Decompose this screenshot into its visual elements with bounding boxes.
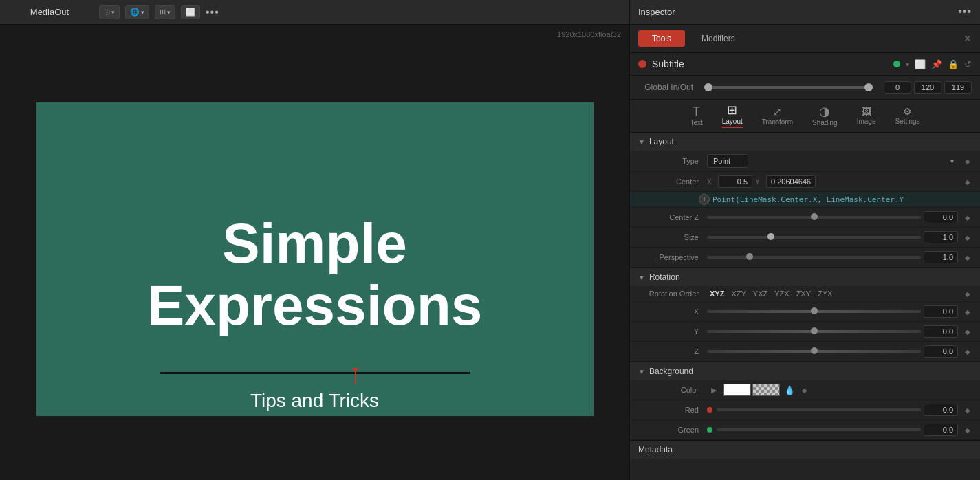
size-slider-container: 1.0 — [707, 231, 958, 243]
global-inout-end[interactable]: 119 — [944, 81, 972, 94]
perspective-slider[interactable] — [707, 256, 921, 259]
red-slider[interactable] — [717, 408, 921, 411]
color-label: Color — [638, 386, 707, 394]
grid-btn[interactable]: ⊞▾ — [155, 5, 175, 19]
size-keyframe-diamond[interactable]: ◆ — [965, 234, 972, 241]
top-bar: MediaOut ⊞▾ 🌐▾ ⊞▾ ⬜ ••• Inspector ••• — [0, 0, 980, 25]
color-expand-btn[interactable]: ▶ — [711, 386, 717, 395]
tool-layout[interactable]: ⊞ Layout — [722, 104, 743, 128]
center-xy-fields: X 0.5 Y 0.20604646 — [707, 175, 958, 188]
global-inout-slider[interactable] — [704, 86, 873, 89]
canvas-title: Simple Expressions — [74, 212, 556, 336]
rot-order-xyz[interactable]: XYZ — [710, 290, 724, 298]
rotation-section-header[interactable]: ▼ Rotation — [630, 268, 980, 286]
rot-order-zyx[interactable]: ZYX — [818, 290, 832, 298]
background-section-title: Background — [649, 367, 693, 376]
rotation-z-input[interactable]: 0.0 — [924, 345, 958, 358]
rotation-y-input[interactable]: 0.0 — [924, 325, 958, 338]
rotation-y-keyframe-diamond[interactable]: ◆ — [965, 328, 972, 336]
rotation-section: ▼ Rotation Rotation Order XYZ XZY YXZ YZ… — [630, 268, 980, 362]
center-z-row: Center Z 0.0 ◆ — [630, 208, 980, 228]
layout-section: ▼ Layout Type Point ◆ Center — [630, 133, 980, 268]
type-keyframe-diamond[interactable]: ◆ — [965, 157, 972, 165]
red-row: Red 0.0 ◆ — [630, 400, 980, 420]
eyedropper-btn[interactable]: 💧 — [784, 385, 795, 395]
tool-image[interactable]: 🖼 Image — [857, 107, 876, 125]
green-label: Green — [638, 426, 707, 434]
transform-icon: ⤢ — [773, 107, 782, 117]
inspector-title: Inspector — [638, 7, 958, 17]
tool-transform[interactable]: ⤢ Transform — [762, 107, 793, 126]
rotation-z-keyframe-diamond[interactable]: ◆ — [965, 348, 972, 356]
tool-shading[interactable]: ◑ Shading — [812, 105, 838, 127]
perspective-keyframe-diamond[interactable]: ◆ — [965, 254, 972, 261]
expr-plus-btn[interactable]: + — [699, 194, 710, 205]
center-y-input[interactable]: 0.20604646 — [766, 175, 816, 188]
tool-settings[interactable]: ⚙ Settings — [895, 107, 919, 125]
split-btn[interactable]: ⬜ — [181, 5, 200, 19]
global-inout-label: Global In/Out — [638, 83, 693, 92]
rotation-y-slider-container: 0.0 — [707, 325, 958, 338]
rotation-x-keyframe-diamond[interactable]: ◆ — [965, 308, 972, 316]
type-dropdown[interactable]: Point — [707, 154, 748, 168]
inspector-tab-close[interactable]: ✕ — [963, 33, 972, 44]
canvas-frame[interactable]: Simple Expressions Tips and Tricks — [36, 102, 594, 416]
perspective-input[interactable]: 1.0 — [924, 251, 958, 263]
rotation-order-options: XYZ XZY YXZ YZX ZXY ZYX — [710, 290, 959, 298]
green-slider-container: 0.0 — [717, 424, 958, 436]
center-value: X 0.5 Y 0.20604646 ◆ — [707, 175, 972, 188]
red-keyframe-diamond[interactable]: ◆ — [965, 406, 972, 414]
metadata-section[interactable]: Metadata — [630, 441, 980, 459]
color-keyframe-diamond[interactable]: ◆ — [802, 386, 809, 394]
red-value: 0.0 ◆ — [707, 404, 972, 416]
node-status-dot — [893, 61, 900, 67]
shading-icon: ◑ — [819, 105, 830, 118]
color-swatch-white[interactable] — [723, 384, 751, 396]
tab-tools[interactable]: Tools — [638, 30, 685, 47]
center-z-input[interactable]: 0.0 — [924, 211, 958, 223]
global-inout-mid[interactable]: 120 — [914, 81, 941, 94]
rotation-x-slider[interactable] — [707, 310, 921, 313]
tool-text[interactable]: T Text — [690, 105, 702, 127]
inspector-scroll[interactable]: ▼ Layout Type Point ◆ Center — [630, 133, 980, 480]
rot-order-yzx[interactable]: YZX — [774, 290, 789, 298]
chevron-down-icon[interactable]: ▾ — [906, 61, 909, 68]
red-input[interactable]: 0.0 — [924, 404, 958, 416]
center-z-slider[interactable] — [707, 216, 921, 219]
image-icon: 🖼 — [862, 107, 871, 116]
rotation-x-input[interactable]: 0.0 — [924, 305, 958, 318]
green-input[interactable]: 0.0 — [924, 424, 958, 436]
global-inout-start[interactable]: 0 — [884, 81, 911, 94]
rotation-z-slider[interactable] — [707, 350, 921, 353]
color-swatch-alpha[interactable] — [752, 384, 780, 396]
rotation-order-row: Rotation Order XYZ XZY YXZ YZX ZXY ZYX ◆ — [630, 286, 980, 302]
center-keyframe-diamond[interactable]: ◆ — [965, 178, 972, 186]
rotation-order-keyframe-diamond[interactable]: ◆ — [965, 290, 972, 298]
pin-icon[interactable]: 📌 — [931, 59, 942, 69]
more-options-btn[interactable]: ••• — [206, 6, 219, 19]
inspector-more-btn[interactable]: ••• — [958, 6, 972, 18]
rot-order-xzy[interactable]: XZY — [731, 290, 745, 298]
size-input[interactable]: 1.0 — [924, 231, 958, 243]
view-mode-btn[interactable]: ⊞▾ — [99, 5, 120, 19]
x-label: X — [707, 178, 715, 186]
layout-section-header[interactable]: ▼ Layout — [630, 133, 980, 151]
layout-section-title: Layout — [649, 137, 674, 146]
background-section-header[interactable]: ▼ Background — [630, 362, 980, 380]
center-x-input[interactable]: 0.5 — [718, 175, 752, 188]
reset-icon[interactable]: ↺ — [964, 59, 972, 69]
size-slider[interactable] — [707, 236, 921, 239]
tab-modifiers[interactable]: Modifiers — [688, 30, 749, 47]
lock-icon[interactable]: 🔒 — [948, 59, 959, 69]
green-slider[interactable] — [717, 428, 921, 431]
rot-order-yxz[interactable]: YXZ — [753, 290, 767, 298]
center-row: Center X 0.5 Y 0.20604646 ◆ — [630, 172, 980, 192]
size-value: 1.0 ◆ — [707, 231, 972, 243]
rot-order-zxy[interactable]: ZXY — [796, 290, 811, 298]
green-keyframe-diamond[interactable]: ◆ — [965, 426, 972, 434]
tool-layout-label: Layout — [722, 118, 743, 125]
globe-btn[interactable]: 🌐▾ — [125, 5, 149, 19]
window-icon[interactable]: ⬜ — [915, 59, 926, 69]
rotation-y-slider[interactable] — [707, 330, 921, 333]
center-z-keyframe-diamond[interactable]: ◆ — [965, 214, 972, 221]
